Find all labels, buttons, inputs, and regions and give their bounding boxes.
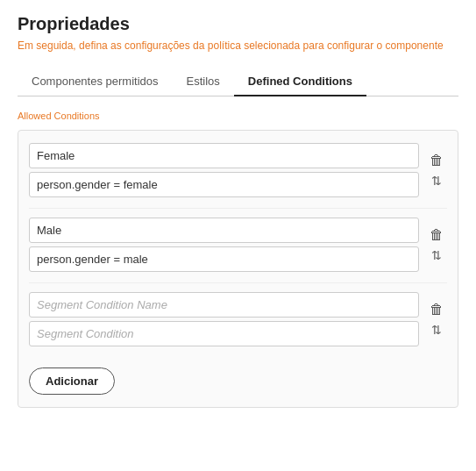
section-label: Allowed Conditions [18, 111, 458, 121]
subtitle: Em seguida, defina as configurações da p… [18, 39, 458, 52]
move-button-2[interactable]: ⇅ [428, 247, 445, 263]
condition-actions-2: 🗑 ⇅ [426, 226, 447, 263]
conditions-container: 🗑 ⇅ 🗑 ⇅ 🗑 ⇅ Adicionar [18, 130, 458, 408]
tab-estilos-label: Estilos [187, 75, 220, 88]
condition-actions-3: 🗑 ⇅ [426, 301, 447, 338]
condition-value-1[interactable] [29, 172, 419, 197]
condition-name-2[interactable] [29, 218, 419, 243]
condition-row-2: 🗑 ⇅ [29, 218, 447, 272]
condition-inputs-3 [29, 292, 419, 346]
condition-name-1[interactable] [29, 143, 419, 168]
condition-inputs-1 [29, 143, 419, 197]
tab-componentes-label: Componentes permitidos [32, 75, 159, 88]
tabs-container: Componentes permitidos Estilos Defined C… [18, 68, 458, 96]
condition-value-2[interactable] [29, 246, 419, 272]
condition-actions-1: 🗑 ⇅ [426, 152, 447, 189]
condition-name-3[interactable] [29, 292, 419, 318]
condition-row-1: 🗑 ⇅ [29, 143, 447, 197]
delete-button-3[interactable]: 🗑 [426, 301, 447, 318]
condition-row-3: 🗑 ⇅ [29, 292, 447, 346]
tab-conditions[interactable]: Defined Conditions [234, 68, 366, 96]
condition-value-3[interactable] [29, 321, 419, 346]
delete-button-2[interactable]: 🗑 [426, 226, 447, 244]
move-button-1[interactable]: ⇅ [428, 173, 445, 189]
delete-button-1[interactable]: 🗑 [426, 152, 447, 169]
move-button-3[interactable]: ⇅ [428, 322, 445, 338]
tab-estilos[interactable]: Estilos [173, 68, 234, 96]
divider-1 [29, 208, 447, 209]
condition-inputs-2 [29, 218, 419, 272]
add-button[interactable]: Adicionar [29, 368, 115, 395]
page-title: Propriedades [18, 14, 458, 34]
divider-2 [29, 282, 447, 283]
tab-componentes[interactable]: Componentes permitidos [18, 68, 173, 96]
tab-conditions-label: Defined Conditions [248, 75, 352, 88]
